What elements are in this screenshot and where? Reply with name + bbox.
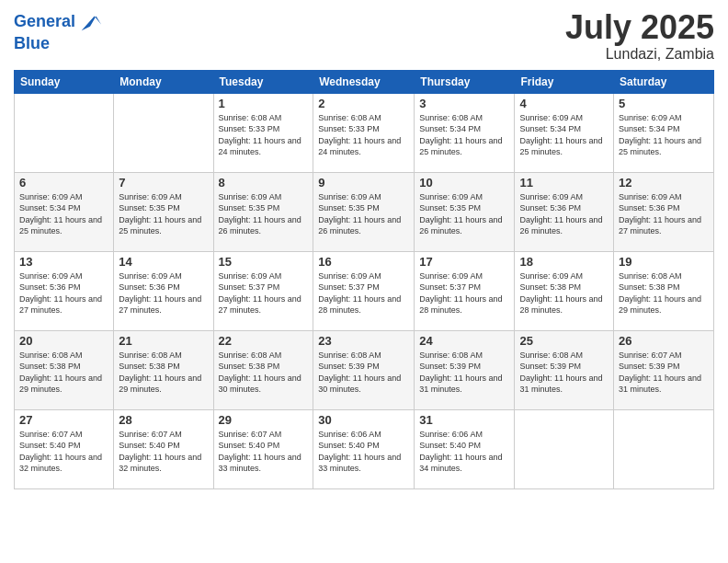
- day-info: Sunrise: 6:09 AMSunset: 5:37 PMDaylight:…: [419, 270, 509, 316]
- calendar-cell: 28 Sunrise: 6:07 AMSunset: 5:40 PMDaylig…: [114, 409, 213, 488]
- day-number: 7: [119, 176, 208, 190]
- day-number: 30: [318, 413, 409, 427]
- calendar-cell: 15 Sunrise: 6:09 AMSunset: 5:37 PMDaylig…: [213, 251, 313, 330]
- main-title: July 2025: [565, 9, 714, 46]
- day-number: 9: [318, 176, 409, 190]
- calendar-cell: 16 Sunrise: 6:09 AMSunset: 5:37 PMDaylig…: [313, 251, 415, 330]
- page: General Blue July 2025 Lundazi, Zambia S…: [0, 0, 728, 563]
- subtitle: Lundazi, Zambia: [565, 46, 714, 63]
- calendar-week-2: 6 Sunrise: 6:09 AMSunset: 5:34 PMDayligh…: [15, 172, 714, 251]
- day-number: 15: [219, 255, 309, 269]
- logo-icon: [77, 9, 103, 35]
- day-info: Sunrise: 6:07 AMSunset: 5:40 PMDaylight:…: [19, 429, 108, 475]
- day-info: Sunrise: 6:07 AMSunset: 5:39 PMDaylight:…: [619, 350, 709, 396]
- calendar-cell: 26 Sunrise: 6:07 AMSunset: 5:39 PMDaylig…: [614, 330, 714, 409]
- calendar-cell: 10 Sunrise: 6:09 AMSunset: 5:35 PMDaylig…: [415, 172, 515, 251]
- calendar-cell: [614, 409, 714, 488]
- calendar-cell: 14 Sunrise: 6:09 AMSunset: 5:36 PMDaylig…: [114, 251, 213, 330]
- calendar-cell: 25 Sunrise: 6:08 AMSunset: 5:39 PMDaylig…: [515, 330, 614, 409]
- day-number: 17: [419, 255, 509, 269]
- day-info: Sunrise: 6:08 AMSunset: 5:39 PMDaylight:…: [318, 350, 409, 396]
- day-info: Sunrise: 6:09 AMSunset: 5:37 PMDaylight:…: [318, 270, 409, 316]
- day-info: Sunrise: 6:08 AMSunset: 5:38 PMDaylight:…: [19, 350, 108, 396]
- day-number: 6: [19, 176, 108, 190]
- calendar-cell: [15, 93, 114, 172]
- col-friday: Friday: [515, 70, 614, 93]
- svg-marker-0: [82, 16, 101, 30]
- calendar-cell: 4 Sunrise: 6:09 AMSunset: 5:34 PMDayligh…: [515, 93, 614, 172]
- day-info: Sunrise: 6:09 AMSunset: 5:34 PMDaylight:…: [519, 112, 609, 158]
- calendar-cell: 22 Sunrise: 6:08 AMSunset: 5:38 PMDaylig…: [213, 330, 313, 409]
- calendar-cell: 8 Sunrise: 6:09 AMSunset: 5:35 PMDayligh…: [213, 172, 313, 251]
- day-number: 1: [219, 97, 309, 110]
- day-number: 26: [619, 334, 709, 348]
- day-info: Sunrise: 6:09 AMSunset: 5:35 PMDaylight:…: [419, 191, 509, 237]
- day-number: 14: [119, 255, 208, 269]
- calendar-week-5: 27 Sunrise: 6:07 AMSunset: 5:40 PMDaylig…: [15, 409, 714, 488]
- day-number: 8: [219, 176, 309, 190]
- day-number: 10: [419, 176, 509, 190]
- day-number: 3: [419, 97, 509, 110]
- calendar-cell: 7 Sunrise: 6:09 AMSunset: 5:35 PMDayligh…: [114, 172, 213, 251]
- day-number: 31: [419, 413, 509, 427]
- day-number: 19: [619, 255, 709, 269]
- calendar: Sunday Monday Tuesday Wednesday Thursday…: [14, 70, 714, 489]
- calendar-header-row: Sunday Monday Tuesday Wednesday Thursday…: [15, 70, 714, 93]
- col-wednesday: Wednesday: [313, 70, 415, 93]
- calendar-cell: 24 Sunrise: 6:08 AMSunset: 5:39 PMDaylig…: [415, 330, 515, 409]
- col-monday: Monday: [114, 70, 213, 93]
- calendar-cell: 23 Sunrise: 6:08 AMSunset: 5:39 PMDaylig…: [313, 330, 415, 409]
- calendar-cell: 3 Sunrise: 6:08 AMSunset: 5:34 PMDayligh…: [415, 93, 515, 172]
- day-info: Sunrise: 6:09 AMSunset: 5:35 PMDaylight:…: [219, 191, 309, 237]
- day-number: 12: [619, 176, 709, 190]
- day-number: 28: [119, 413, 208, 427]
- calendar-cell: 21 Sunrise: 6:08 AMSunset: 5:38 PMDaylig…: [114, 330, 213, 409]
- col-sunday: Sunday: [15, 70, 114, 93]
- day-info: Sunrise: 6:07 AMSunset: 5:40 PMDaylight:…: [119, 429, 208, 475]
- day-info: Sunrise: 6:08 AMSunset: 5:38 PMDaylight:…: [219, 350, 309, 396]
- day-info: Sunrise: 6:09 AMSunset: 5:38 PMDaylight:…: [519, 270, 609, 316]
- calendar-cell: 12 Sunrise: 6:09 AMSunset: 5:36 PMDaylig…: [614, 172, 714, 251]
- day-info: Sunrise: 6:06 AMSunset: 5:40 PMDaylight:…: [419, 429, 509, 475]
- calendar-cell: 17 Sunrise: 6:09 AMSunset: 5:37 PMDaylig…: [415, 251, 515, 330]
- day-number: 25: [519, 334, 609, 348]
- day-number: 18: [519, 255, 609, 269]
- day-info: Sunrise: 6:09 AMSunset: 5:36 PMDaylight:…: [519, 191, 609, 237]
- day-info: Sunrise: 6:09 AMSunset: 5:37 PMDaylight:…: [219, 270, 309, 316]
- calendar-cell: 19 Sunrise: 6:08 AMSunset: 5:38 PMDaylig…: [614, 251, 714, 330]
- title-block: July 2025 Lundazi, Zambia: [565, 9, 714, 63]
- day-info: Sunrise: 6:08 AMSunset: 5:34 PMDaylight:…: [419, 112, 509, 158]
- day-info: Sunrise: 6:08 AMSunset: 5:38 PMDaylight:…: [119, 350, 208, 396]
- calendar-cell: 2 Sunrise: 6:08 AMSunset: 5:33 PMDayligh…: [313, 93, 415, 172]
- calendar-cell: 30 Sunrise: 6:06 AMSunset: 5:40 PMDaylig…: [313, 409, 415, 488]
- day-info: Sunrise: 6:09 AMSunset: 5:35 PMDaylight:…: [119, 191, 208, 237]
- day-info: Sunrise: 6:08 AMSunset: 5:39 PMDaylight:…: [519, 350, 609, 396]
- calendar-cell: 1 Sunrise: 6:08 AMSunset: 5:33 PMDayligh…: [213, 93, 313, 172]
- day-info: Sunrise: 6:06 AMSunset: 5:40 PMDaylight:…: [318, 429, 409, 475]
- day-number: 22: [219, 334, 309, 348]
- calendar-cell: 6 Sunrise: 6:09 AMSunset: 5:34 PMDayligh…: [15, 172, 114, 251]
- calendar-cell: 18 Sunrise: 6:09 AMSunset: 5:38 PMDaylig…: [515, 251, 614, 330]
- day-number: 23: [318, 334, 409, 348]
- day-number: 21: [119, 334, 208, 348]
- col-saturday: Saturday: [614, 70, 714, 93]
- col-tuesday: Tuesday: [213, 70, 313, 93]
- calendar-cell: 9 Sunrise: 6:09 AMSunset: 5:35 PMDayligh…: [313, 172, 415, 251]
- calendar-week-3: 13 Sunrise: 6:09 AMSunset: 5:36 PMDaylig…: [15, 251, 714, 330]
- calendar-cell: 13 Sunrise: 6:09 AMSunset: 5:36 PMDaylig…: [15, 251, 114, 330]
- calendar-cell: 11 Sunrise: 6:09 AMSunset: 5:36 PMDaylig…: [515, 172, 614, 251]
- calendar-cell: 20 Sunrise: 6:08 AMSunset: 5:38 PMDaylig…: [15, 330, 114, 409]
- day-number: 20: [19, 334, 108, 348]
- day-info: Sunrise: 6:08 AMSunset: 5:33 PMDaylight:…: [318, 112, 409, 158]
- calendar-cell: [114, 93, 213, 172]
- calendar-week-1: 1 Sunrise: 6:08 AMSunset: 5:33 PMDayligh…: [15, 93, 714, 172]
- calendar-cell: 31 Sunrise: 6:06 AMSunset: 5:40 PMDaylig…: [415, 409, 515, 488]
- calendar-cell: 29 Sunrise: 6:07 AMSunset: 5:40 PMDaylig…: [213, 409, 313, 488]
- day-info: Sunrise: 6:09 AMSunset: 5:36 PMDaylight:…: [619, 191, 709, 237]
- logo-subtext: Blue: [14, 35, 103, 53]
- day-info: Sunrise: 6:09 AMSunset: 5:36 PMDaylight:…: [19, 270, 108, 316]
- day-number: 2: [318, 97, 409, 110]
- day-info: Sunrise: 6:08 AMSunset: 5:39 PMDaylight:…: [419, 350, 509, 396]
- day-info: Sunrise: 6:09 AMSunset: 5:36 PMDaylight:…: [119, 270, 208, 316]
- day-info: Sunrise: 6:08 AMSunset: 5:33 PMDaylight:…: [219, 112, 309, 158]
